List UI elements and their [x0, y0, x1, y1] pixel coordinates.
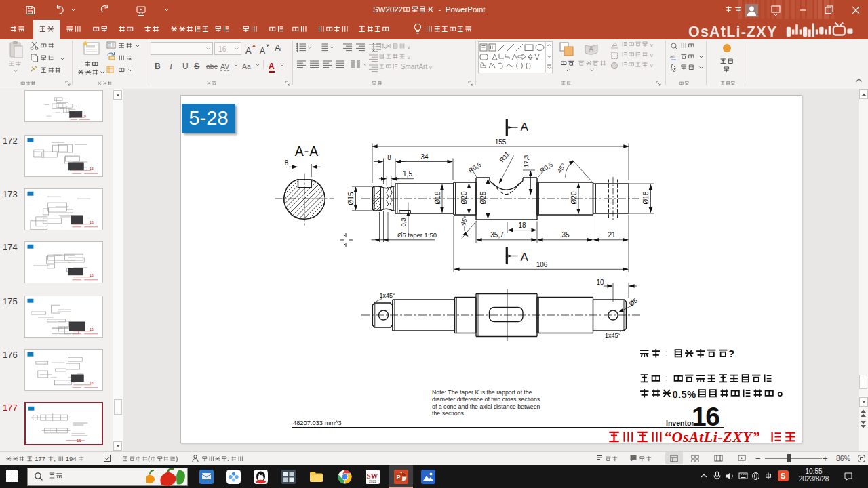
svg-text:8: 8 [285, 159, 289, 167]
svg-text:1x45°: 1x45° [380, 292, 396, 299]
svg-text:A: A [521, 251, 529, 264]
svg-text:35,7: 35,7 [490, 231, 504, 239]
svg-text:106: 106 [536, 261, 548, 268]
svg-text:Ø20: Ø20 [570, 191, 578, 204]
svg-text:Ø25: Ø25 [479, 191, 487, 204]
svg-text:10: 10 [596, 279, 604, 286]
svg-text:45°: 45° [458, 214, 470, 226]
svg-text:155: 155 [495, 138, 507, 146]
svg-text:Ø15: Ø15 [347, 192, 355, 205]
svg-text:R0,5: R0,5 [467, 161, 483, 174]
svg-text:A-A: A-A [295, 144, 319, 159]
svg-text:1x45°: 1x45° [605, 332, 621, 339]
svg-text:R0,5: R0,5 [538, 161, 554, 174]
svg-text:R11: R11 [498, 150, 511, 163]
svg-text:21: 21 [608, 231, 616, 239]
svg-text:45°: 45° [555, 162, 567, 174]
svg-text:Ø18: Ø18 [434, 191, 441, 204]
svg-text:Ø20: Ø20 [460, 191, 468, 204]
svg-text:35: 35 [561, 231, 570, 239]
svg-text:8: 8 [387, 154, 391, 161]
svg-text:A: A [521, 121, 529, 134]
svg-text:Ø5 taper 1:50: Ø5 taper 1:50 [397, 231, 437, 239]
svg-text:18: 18 [518, 222, 526, 229]
svg-text:17,3: 17,3 [522, 155, 530, 168]
svg-text:1,5: 1,5 [403, 170, 412, 178]
svg-text:34: 34 [420, 153, 429, 161]
svg-text:Ø5: Ø5 [627, 296, 639, 307]
svg-text:0,3: 0,3 [399, 218, 407, 226]
svg-text:Ø18: Ø18 [642, 191, 650, 204]
